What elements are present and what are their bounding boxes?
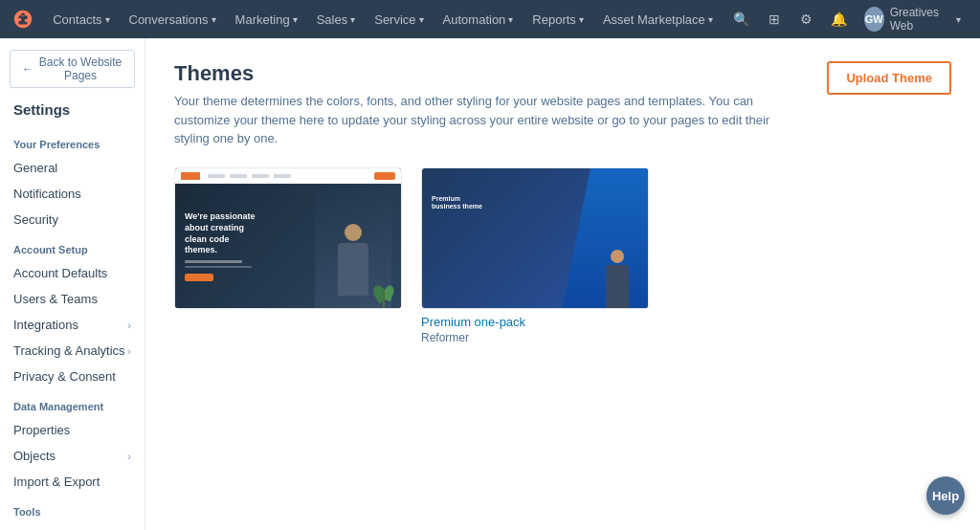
sidebar-item-security[interactable]: Security [0,207,145,232]
chevron-icon: ▾ [508,14,513,25]
sidebar-section-data-management: Data Management [0,389,145,417]
preview-person-shape [329,224,377,308]
sidebar-item-privacy-consent[interactable]: Privacy & Consent [0,364,145,389]
sidebar-item-integrations[interactable]: Integrations › [0,312,145,338]
page-title-area: Themes Your theme determines the colors,… [174,61,808,148]
top-navigation: Contacts ▾ Conversations ▾ Marketing ▾ S… [0,0,980,38]
preview-hero-text: We're passionate about creating clean co… [185,211,315,281]
preview-hero-sub2 [185,266,252,268]
preview-hero-sub [185,260,242,263]
chevron-icon: ▾ [105,14,110,25]
preview2-headline: Premium business theme [432,195,489,211]
preview-hero-cta [185,274,213,281]
chevron-icon: ▾ [708,14,713,25]
nav-marketing[interactable]: Marketing ▾ [228,9,305,31]
preview-nav [175,168,401,184]
sidebar: ← Back to Website Pages Settings Your Pr… [0,38,145,530]
chevron-right-icon: › [127,345,131,357]
nav-contacts[interactable]: Contacts ▾ [45,9,117,31]
preview2-person [590,212,643,308]
sidebar-item-import-export[interactable]: Import & Export [0,469,145,495]
theme-card-main[interactable]: We're passionate about creating clean co… [174,167,402,344]
nav-automation[interactable]: Automation ▾ [435,9,522,31]
preview-nav-links [208,174,291,178]
preview-hero-heading: We're passionate about creating clean co… [185,211,261,256]
notifications-icon[interactable]: 🔔 [826,6,853,33]
sidebar-section-account-setup: Account Setup [0,232,145,260]
sidebar-title: Settings [0,101,145,127]
preview-logo [181,172,200,180]
nav-sales[interactable]: Sales ▾ [309,9,364,31]
help-button[interactable]: Help [926,476,965,515]
chevron-right-icon: › [127,320,131,331]
preview-nav-button [374,172,395,180]
theme-preview-second: Premium business theme [422,168,648,308]
sidebar-item-inbox[interactable]: Inbox › [0,522,145,530]
chevron-down-icon: ▾ [956,14,961,25]
preview2-head [611,250,624,263]
theme-card-image-second: Premium business theme [421,167,649,309]
nav-icon-group: 🔍 ⊞ ⚙ 🔔 [728,6,853,33]
theme-card-sublabel: Reformer [421,331,649,344]
theme-card-label: Premium one-pack [421,315,649,329]
preview-person-head [345,224,362,241]
page-description: Your theme determines the colors, fonts,… [174,92,808,148]
sidebar-section-your-preferences: Your Preferences [0,127,145,155]
chevron-right-icon: › [127,451,131,462]
preview-nav-link [208,174,225,178]
sidebar-item-account-defaults[interactable]: Account Defaults [0,260,145,286]
preview2-body [606,265,629,308]
nav-service[interactable]: Service ▾ [367,9,431,31]
hubspot-logo[interactable] [11,6,33,33]
chevron-icon: ▾ [293,14,298,25]
theme-preview-main: We're passionate about creating clean co… [175,168,401,308]
sidebar-item-general[interactable]: General [0,155,145,181]
page-header: Themes Your theme determines the colors,… [174,61,951,148]
chevron-icon: ▾ [419,14,424,25]
back-arrow-icon: ← [22,62,33,76]
sidebar-item-users-teams[interactable]: Users & Teams [0,286,145,312]
chevron-icon: ▾ [579,14,584,25]
chevron-icon: ▾ [212,14,216,25]
account-menu[interactable]: GW Greatives Web ▾ [857,2,969,36]
preview-person-body [338,243,368,296]
theme-card-image-main: We're passionate about creating clean co… [174,167,402,309]
preview-hero: We're passionate about creating clean co… [175,184,401,308]
app-layout: ← Back to Website Pages Settings Your Pr… [0,0,980,530]
nav-reports[interactable]: Reports ▾ [524,9,591,31]
avatar: GW [864,7,884,32]
main-content: Themes Your theme determines the colors,… [145,38,980,530]
chevron-icon: ▾ [350,14,355,25]
sidebar-item-objects[interactable]: Objects › [0,443,145,469]
preview-nav-link [274,174,291,178]
themes-grid: We're passionate about creating clean co… [174,167,951,344]
sidebar-item-tracking-analytics[interactable]: Tracking & Analytics › [0,338,145,364]
preview-plant [374,272,393,308]
sidebar-item-properties[interactable]: Properties [0,417,145,443]
sidebar-item-notifications[interactable]: Notifications [0,181,145,207]
nav-asset-marketplace[interactable]: Asset Marketplace ▾ [595,9,721,31]
preview-nav-link [230,174,247,178]
theme-card-second[interactable]: Premium business theme Premium one-pack … [421,167,649,344]
upload-theme-button[interactable]: Upload Theme [827,61,951,95]
back-to-website-pages-button[interactable]: ← Back to Website Pages [10,50,135,88]
preview-stem [383,291,385,308]
settings-icon[interactable]: ⚙ [793,6,820,33]
apps-icon[interactable]: ⊞ [761,6,788,33]
page-title: Themes [174,61,808,86]
search-icon[interactable]: 🔍 [728,6,755,33]
sidebar-section-tools: Tools [0,495,145,522]
nav-conversations[interactable]: Conversations ▾ [122,9,224,31]
preview-nav-link [252,174,269,178]
